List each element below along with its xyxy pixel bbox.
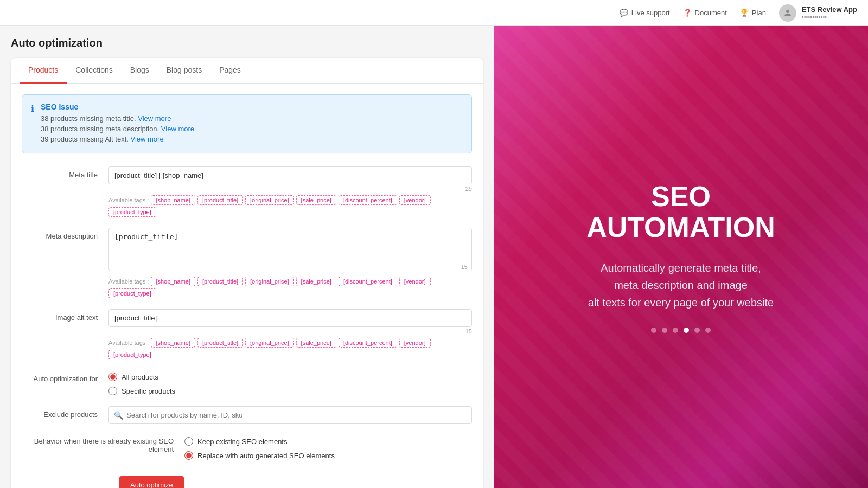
exclude-products-label: Exclude products (22, 406, 108, 419)
tag-vendor-2[interactable]: [vendor] (399, 277, 431, 286)
tag-product-type-3[interactable]: [product_type] (108, 350, 156, 359)
document-icon: ❓ (683, 9, 692, 17)
document-link[interactable]: ❓ Document (683, 9, 727, 17)
auto-optimization-content: All products Specific products (108, 370, 472, 395)
tag-product-type-2[interactable]: [product_type] (108, 288, 156, 298)
right-panel: SEO AUTOMATION Automatically generate me… (494, 26, 868, 488)
info-icon: ℹ (31, 104, 34, 145)
image-alt-input[interactable] (108, 309, 472, 327)
tag-discount-percent-2[interactable]: [discount_percent] (339, 277, 397, 286)
behavior-radio-group: Keep existing SEO elements Replace with … (184, 435, 472, 460)
meta-title-row: Meta title 29 Available tags : [shop_nam… (22, 166, 472, 217)
tag-product-title-3[interactable]: [product_title] (197, 338, 243, 348)
alert-title: SEO Issue (41, 102, 463, 111)
tag-vendor-1[interactable]: [vendor] (399, 195, 431, 205)
search-icon: 🔍 (114, 411, 123, 420)
main-card: Products Collections Blogs Blog posts Pa… (11, 58, 483, 488)
avatar (779, 4, 796, 22)
tag-original-price-1[interactable]: [original_price] (245, 195, 294, 205)
tag-product-title-2[interactable]: [product_title] (197, 277, 243, 286)
behavior-row: Behavior when there is already existing … (22, 435, 472, 460)
user-info: ETS Review App •••••••••••• (802, 5, 857, 20)
tag-discount-percent-3[interactable]: [discount_percent] (339, 338, 397, 348)
tag-product-title-1[interactable]: [product_title] (197, 195, 243, 205)
tag-vendor-3[interactable]: [vendor] (399, 338, 431, 348)
auto-optimization-for-row: Auto optimization for All products Speci… (22, 370, 472, 395)
tabs-bar: Products Collections Blogs Blog posts Pa… (11, 58, 483, 84)
carousel-dots (586, 328, 775, 333)
image-alt-row: Image alt text 15 Available tags : [shop… (22, 309, 472, 359)
auto-optimization-radio-group: All products Specific products (108, 370, 472, 395)
dot-1[interactable] (651, 328, 656, 333)
exclude-products-input[interactable] (108, 406, 472, 424)
dot-4[interactable] (684, 328, 689, 333)
auto-optimize-button[interactable]: Auto optimize (119, 476, 184, 488)
alert-link-1[interactable]: View more (138, 114, 171, 123)
alert-content: SEO Issue 38 products missing meta title… (41, 102, 463, 145)
tag-sale-price-1[interactable]: [sale_price] (296, 195, 336, 205)
chat-icon: 💬 (620, 9, 628, 17)
page-title: Auto optimization (11, 37, 483, 49)
card-body: ℹ SEO Issue 38 products missing meta tit… (11, 84, 483, 488)
search-wrap: 🔍 (108, 406, 472, 424)
dot-3[interactable] (673, 328, 678, 333)
alert-line-1: 38 products missing meta title. View mor… (41, 114, 463, 123)
meta-description-wrap: [product_title] 15 (108, 228, 472, 273)
meta-title-input[interactable] (108, 166, 472, 184)
tab-blogposts[interactable]: Blog posts (158, 58, 210, 84)
alert-link-3[interactable]: View more (130, 135, 163, 143)
meta-description-charcount: 15 (461, 264, 468, 270)
tab-blogs[interactable]: Blogs (122, 58, 158, 84)
meta-description-label: Meta description (22, 228, 108, 240)
tab-products[interactable]: Products (20, 58, 67, 84)
image-alt-content: 15 Available tags : [shop_name] [product… (108, 309, 472, 359)
tag-original-price-2[interactable]: [original_price] (245, 277, 294, 286)
dot-5[interactable] (694, 328, 700, 333)
left-panel: Auto optimization Products Collections B… (0, 26, 494, 488)
action-row: Auto optimize (22, 471, 472, 488)
tag-sale-price-3[interactable]: [sale_price] (296, 338, 336, 348)
plan-link[interactable]: 🏆 Plan (740, 9, 766, 17)
auto-optimization-label: Auto optimization for (22, 370, 108, 383)
live-support-link[interactable]: 💬 Live support (620, 9, 670, 17)
tab-collections[interactable]: Collections (67, 58, 121, 84)
exclude-products-content: 🔍 (108, 406, 472, 424)
meta-description-tags: Available tags : [shop_name] [product_ti… (108, 277, 472, 298)
behavior-content: Keep existing SEO elements Replace with … (184, 435, 472, 460)
plan-icon: 🏆 (740, 9, 749, 17)
radio-specific-products[interactable]: Specific products (108, 387, 472, 395)
meta-description-input[interactable]: [product_title] (108, 228, 472, 271)
tag-original-price-3[interactable]: [original_price] (245, 338, 294, 348)
meta-title-label: Meta title (22, 166, 108, 179)
tag-sale-price-2[interactable]: [sale_price] (296, 277, 336, 286)
radio-keep-seo[interactable]: Keep existing SEO elements (184, 437, 472, 446)
seo-issue-alert: ℹ SEO Issue 38 products missing meta tit… (22, 94, 472, 153)
image-alt-tags: Available tags : [shop_name] [product_ti… (108, 338, 472, 359)
dot-6[interactable] (705, 328, 711, 333)
radio-replace-seo[interactable]: Replace with auto generated SEO elements (184, 451, 472, 460)
exclude-products-row: Exclude products 🔍 (22, 406, 472, 424)
tag-product-type-1[interactable]: [product_type] (108, 207, 156, 217)
user-name: ETS Review App (802, 5, 857, 14)
user-sub: •••••••••••• (802, 14, 857, 20)
alert-line-3: 39 products missing Alt text. View more (41, 135, 463, 143)
tag-shop-name-1[interactable]: [shop_name] (151, 195, 195, 205)
alert-line-2: 38 products missing meta description. Vi… (41, 125, 463, 133)
image-alt-label: Image alt text (22, 309, 108, 322)
meta-title-content: 29 Available tags : [shop_name] [product… (108, 166, 472, 217)
main-layout: Auto optimization Products Collections B… (0, 26, 868, 488)
right-content: SEO AUTOMATION Automatically generate me… (565, 159, 797, 355)
meta-title-charcount: 29 (108, 185, 472, 192)
tag-shop-name-2[interactable]: [shop_name] (151, 277, 195, 286)
dot-2[interactable] (662, 328, 667, 333)
image-alt-charcount: 15 (108, 328, 472, 335)
tag-shop-name-3[interactable]: [shop_name] (151, 338, 195, 348)
meta-title-tags: Available tags : [shop_name] [product_ti… (108, 195, 472, 217)
user-section: ETS Review App •••••••••••• (779, 4, 857, 22)
alert-link-2[interactable]: View more (161, 125, 194, 133)
tag-discount-percent-1[interactable]: [discount_percent] (339, 195, 397, 205)
seo-automation-title: SEO AUTOMATION (586, 181, 775, 243)
tab-pages[interactable]: Pages (210, 58, 250, 84)
seo-automation-description: Automatically generate meta title, meta … (586, 259, 775, 311)
radio-all-products[interactable]: All products (108, 373, 472, 381)
